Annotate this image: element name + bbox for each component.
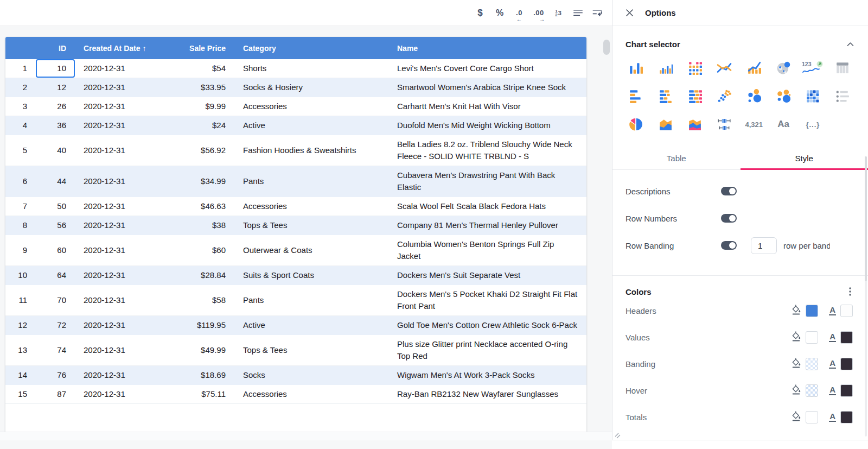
text-align-icon[interactable] <box>571 5 585 21</box>
chart-type-horizontal-bar-chart[interactable] <box>621 86 650 106</box>
fill-color-button-headers[interactable] <box>791 304 818 317</box>
cell-sale-price[interactable]: $24 <box>174 116 234 135</box>
chart-type-scatter-chart[interactable] <box>710 86 739 106</box>
cell-sale-price[interactable]: $119.95 <box>174 316 234 335</box>
cell-name[interactable]: Columbia Women's Benton Springs Full Zip… <box>388 235 586 266</box>
cell-category[interactable]: Socks <box>234 366 388 385</box>
cell-created-at-date[interactable]: 2020-12-31 <box>75 166 174 197</box>
chart-type-pie-chart[interactable] <box>621 114 650 135</box>
fill-color-button-totals[interactable] <box>791 410 818 423</box>
cell-sale-price[interactable]: $46.63 <box>174 197 234 216</box>
column-header-created-at-date[interactable]: Created At Date ↑ <box>75 37 174 59</box>
cell-id[interactable]: 26 <box>36 97 75 116</box>
cell-sale-price[interactable]: $9.99 <box>174 97 234 116</box>
cell-id[interactable]: 72 <box>36 316 75 335</box>
text-color-button-totals[interactable]: A <box>829 411 853 423</box>
chart-type-stacked-horizontal-bar-3-chart[interactable] <box>680 86 710 106</box>
cell-name[interactable]: Company 81 Men's Thermal Henley Pullover <box>388 216 586 235</box>
chart-type-stacked-column-chart[interactable] <box>680 58 710 78</box>
text-color-button-headers[interactable]: A <box>829 305 853 317</box>
cell-category[interactable]: Suits & Sport Coats <box>234 266 388 285</box>
text-color-button-values[interactable]: A <box>829 331 853 344</box>
cell-created-at-date[interactable]: 2020-12-31 <box>75 285 174 316</box>
chart-type-area-chart[interactable] <box>650 114 680 135</box>
cell-name[interactable]: Carhartt Men's Knit Hat With Visor <box>388 97 586 116</box>
chart-type-kpi-trend-chart[interactable]: 123 <box>798 58 827 78</box>
chart-selector-header[interactable]: Chart selector <box>612 26 868 52</box>
panel-resize-handle[interactable] <box>615 432 621 438</box>
cell-name[interactable]: Gold Toe Men's Cotton Crew Athletic Sock… <box>388 316 586 335</box>
cell-id[interactable]: 10 <box>36 59 75 78</box>
cell-name[interactable]: Duofold Men's Mid Weight Wicking Bottom <box>388 116 586 135</box>
toggle-row-numbers[interactable] <box>721 214 737 223</box>
decrease-decimal-icon[interactable]: .0← <box>512 5 526 21</box>
chart-type-table-chart[interactable] <box>828 58 857 78</box>
cell-sale-price[interactable]: $58 <box>174 285 234 316</box>
text-color-button-banding[interactable]: A <box>829 358 853 370</box>
cell-sale-price[interactable]: $34.99 <box>174 166 234 197</box>
close-icon[interactable] <box>624 8 634 18</box>
cell-created-at-date[interactable]: 2020-12-31 <box>75 197 174 216</box>
chart-type-bar-chart[interactable] <box>621 58 650 78</box>
cell-id[interactable]: 50 <box>36 197 75 216</box>
cell-category[interactable]: Fashion Hoodies & Sweatshirts <box>234 135 388 166</box>
cell-name[interactable]: Bella Ladies 8.2 oz. Triblend Slouchy Wi… <box>388 135 586 166</box>
chart-type-text-element[interactable]: Aa <box>769 114 798 135</box>
row-banding-count-input[interactable] <box>751 237 777 254</box>
fill-color-button-hover[interactable] <box>791 384 818 397</box>
column-header-id[interactable]: ID <box>36 37 75 59</box>
cell-sale-price[interactable]: $18.69 <box>174 366 234 385</box>
chart-type-number-kpi[interactable]: 4,321 <box>739 114 769 135</box>
cell-created-at-date[interactable]: 2020-12-31 <box>75 97 174 116</box>
percent-format-icon[interactable]: % <box>493 5 507 21</box>
chart-type-line-chart[interactable] <box>710 58 739 78</box>
fill-color-button-values[interactable] <box>791 331 818 344</box>
kebab-menu-icon[interactable] <box>845 287 855 296</box>
cell-category[interactable]: Active <box>234 316 388 335</box>
cell-id[interactable]: 76 <box>36 366 75 385</box>
cell-created-at-date[interactable]: 2020-12-31 <box>75 385 174 404</box>
chart-type-stacked-horizontal-bar-chart[interactable] <box>650 86 680 106</box>
cell-category[interactable]: Pants <box>234 166 388 197</box>
cell-category[interactable]: Accessories <box>234 385 388 404</box>
cell-created-at-date[interactable]: 2020-12-31 <box>75 235 174 266</box>
increase-decimal-icon[interactable]: .00→ <box>532 5 546 21</box>
chart-type-bubble-chart-alt[interactable] <box>769 86 798 106</box>
cell-name[interactable]: Smartwool Women's Arabica Stripe Knee So… <box>388 78 586 97</box>
cell-created-at-date[interactable]: 2020-12-31 <box>75 216 174 235</box>
chart-type-combo-chart[interactable] <box>739 58 769 78</box>
tab-style[interactable]: Style <box>741 147 868 169</box>
cell-name[interactable]: Wigwam Men's At Work 3-Pack Socks <box>388 366 586 385</box>
cell-category[interactable]: Pants <box>234 285 388 316</box>
cell-id[interactable]: 60 <box>36 235 75 266</box>
cell-name[interactable]: Scala Wool Felt Scala Black Fedora Hats <box>388 197 586 216</box>
cell-category[interactable]: Active <box>234 116 388 135</box>
cell-id[interactable]: 12 <box>36 78 75 97</box>
tab-table[interactable]: Table <box>612 147 741 169</box>
cell-id[interactable]: 56 <box>36 216 75 235</box>
fill-color-button-banding[interactable] <box>791 357 818 370</box>
cell-id[interactable]: 44 <box>36 166 75 197</box>
cell-sale-price[interactable]: $60 <box>174 235 234 266</box>
cell-sale-price[interactable]: $28.84 <box>174 266 234 285</box>
chart-type-bubble-chart[interactable] <box>739 86 769 106</box>
cell-category[interactable]: Tops & Tees <box>234 216 388 235</box>
cell-name[interactable]: Cubavera Men's Drawstring Pant With Back… <box>388 166 586 197</box>
column-header-sale-price[interactable]: Sale Price <box>174 37 234 59</box>
cell-created-at-date[interactable]: 2020-12-31 <box>75 266 174 285</box>
column-header-category[interactable]: Category <box>234 37 388 59</box>
cell-id[interactable]: 40 <box>36 135 75 166</box>
toggle-row-banding[interactable] <box>721 241 737 250</box>
currency-format-icon[interactable]: $ <box>473 5 487 21</box>
toggle-descriptions[interactable] <box>721 187 737 195</box>
table-vertical-scrollbar[interactable] <box>603 40 610 55</box>
column-header-name[interactable]: Name <box>388 37 586 59</box>
table-horizontal-scrollbar-track[interactable] <box>0 432 612 440</box>
cell-sale-price[interactable]: $56.92 <box>174 135 234 166</box>
cell-name[interactable]: Dockers Men's 5 Pocket Khaki D2 Straight… <box>388 285 586 316</box>
cell-category[interactable]: Socks & Hosiery <box>234 78 388 97</box>
panel-scrollbar-thumb[interactable] <box>865 156 867 281</box>
cell-id[interactable]: 87 <box>36 385 75 404</box>
chart-type-box-plot-chart[interactable] <box>710 114 739 135</box>
cell-sale-price[interactable]: $54 <box>174 59 234 78</box>
